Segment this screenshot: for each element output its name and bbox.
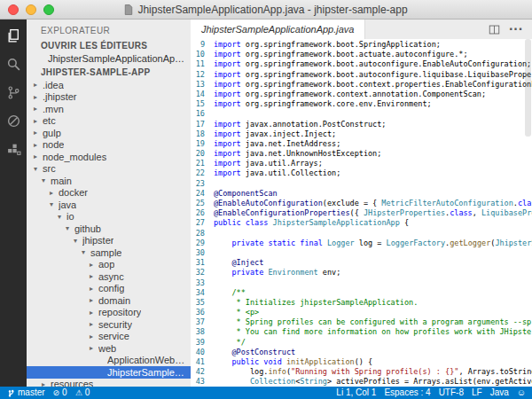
- indent-setting[interactable]: Espaces : 4: [384, 387, 430, 399]
- tree-item-io[interactable]: ▾io: [27, 211, 191, 223]
- more-actions-icon[interactable]: ···: [509, 21, 523, 37]
- line-number: 43: [191, 377, 214, 387]
- code-line-42: 42 log.info("Running with Spring profile…: [191, 367, 532, 377]
- editor-actions: ···: [489, 20, 532, 39]
- title-bar: JhipsterSampleApplicationApp.java - jhip…: [0, 0, 532, 20]
- project-header[interactable]: JHIPSTER-SAMPLE-APP: [27, 66, 191, 79]
- feedback-smiley-icon[interactable]: ☺: [517, 387, 526, 399]
- error-indicator[interactable]: ⊘ 0: [53, 387, 67, 399]
- open-editor-item[interactable]: JhipsterSampleApplicationApp.javasrc/mai…: [27, 52, 191, 66]
- split-editor-icon[interactable]: [489, 24, 500, 35]
- tree-item-jhipster[interactable]: ▾jhipster: [27, 235, 191, 247]
- git-branch-indicator[interactable]: master: [6, 387, 45, 399]
- tree-item-src[interactable]: ▾src: [27, 163, 191, 176]
- line-number: 24: [191, 189, 214, 199]
- code-text: import org.springframework.context.annot…: [214, 90, 532, 99]
- code-line-34: 34 /**: [191, 288, 532, 298]
- line-number: 28: [191, 229, 214, 239]
- tree-item-web[interactable]: ▸web: [27, 342, 191, 355]
- line-ending[interactable]: LF: [472, 387, 482, 399]
- chevron-right-icon[interactable]: ▸: [90, 320, 98, 328]
- tree-item-node[interactable]: ▸node: [27, 139, 191, 152]
- chevron-down-icon[interactable]: ▾: [58, 213, 66, 221]
- tree-item-.mvn[interactable]: ▸.mvn: [27, 103, 191, 115]
- tree-item-node_modules[interactable]: ▸node_modules: [27, 151, 191, 163]
- chevron-right-icon[interactable]: ▸: [34, 93, 43, 101]
- code-text: /**: [214, 288, 532, 298]
- tab-jhipster-sample-application-app[interactable]: JhipsterSampleApplicationApp.java: [191, 20, 365, 39]
- chevron-right-icon[interactable]: ▸: [42, 380, 51, 387]
- chevron-down-icon[interactable]: ▾: [74, 237, 82, 245]
- chevron-down-icon[interactable]: ▾: [34, 165, 43, 173]
- line-number: 39: [191, 338, 214, 348]
- extensions-icon[interactable]: [4, 140, 23, 158]
- tree-item-docker[interactable]: ▸docker: [27, 187, 191, 200]
- tree-item-resources[interactable]: ▸resources: [27, 379, 191, 387]
- explorer-icon[interactable]: [4, 27, 23, 44]
- chevron-right-icon[interactable]: ▸: [90, 285, 98, 293]
- zoom-button[interactable]: [43, 4, 54, 15]
- chevron-right-icon[interactable]: ▸: [90, 296, 98, 304]
- chevron-down-icon[interactable]: ▾: [82, 248, 90, 256]
- chevron-right-icon[interactable]: ▸: [34, 129, 43, 137]
- warning-indicator[interactable]: ⚠ 0: [75, 387, 90, 399]
- code-line-17: 17import javax.annotation.PostConstruct;: [191, 120, 532, 129]
- chevron-right-icon[interactable]: ▸: [90, 332, 98, 340]
- chevron-right-icon[interactable]: ▸: [90, 272, 98, 280]
- editor-scrollbar[interactable]: [525, 39, 531, 137]
- tree-item-domain[interactable]: ▸domain: [27, 294, 191, 307]
- line-number: 41: [191, 357, 214, 367]
- debug-icon[interactable]: [4, 112, 23, 129]
- tree-item-.idea[interactable]: ▸.idea: [27, 79, 191, 91]
- tree-item-aop[interactable]: ▸aop: [27, 259, 191, 271]
- chevron-down-icon[interactable]: ▾: [50, 200, 59, 208]
- code-text: @Inject: [214, 258, 532, 268]
- tree-item-gulp[interactable]: ▸gulp: [27, 127, 191, 139]
- open-editors-header[interactable]: OUVRIR LES ÉDITEURS: [27, 39, 191, 52]
- chevron-down-icon[interactable]: ▾: [66, 224, 74, 232]
- chevron-right-icon[interactable]: ▸: [34, 117, 43, 125]
- tree-item-main[interactable]: ▾main: [27, 175, 191, 187]
- chevron-right-icon[interactable]: ▸: [34, 81, 43, 89]
- tree-item-applicationwebxml.java[interactable]: ApplicationWebXml.java: [27, 355, 191, 367]
- tree-item-security[interactable]: ▸security: [27, 318, 191, 331]
- cursor-position[interactable]: Li 1, Col 1: [336, 387, 376, 399]
- search-icon[interactable]: [4, 55, 23, 73]
- tree-item-jhipstersampleapplicationapp.java[interactable]: JhipsterSampleApplicationApp.java: [27, 366, 191, 379]
- code-text: import java.net.InetAddress;: [214, 139, 532, 149]
- code-editor[interactable]: 9import org.springframework.boot.SpringA…: [191, 39, 532, 387]
- close-button[interactable]: [8, 4, 19, 15]
- encoding[interactable]: UTF-8: [439, 387, 464, 399]
- tree-item-label: ApplicationWebXml.java: [107, 355, 191, 365]
- chevron-down-icon[interactable]: ▾: [42, 176, 51, 184]
- tree-item-sample[interactable]: ▾sample: [27, 246, 191, 259]
- line-number: 25: [191, 199, 214, 208]
- tree-item-.jhipster[interactable]: ▸.jhipster: [27, 91, 191, 104]
- code-line-27: 27public class JhipsterSampleApplication…: [191, 218, 532, 228]
- tree-item-service[interactable]: ▸service: [27, 331, 191, 343]
- tree-item-label: node_modules: [43, 152, 106, 162]
- source-control-icon[interactable]: [4, 83, 23, 101]
- tree-item-config[interactable]: ▸config: [27, 283, 191, 295]
- chevron-right-icon[interactable]: ▸: [90, 309, 98, 317]
- tree-item-java[interactable]: ▾java: [27, 199, 191, 211]
- tree-item-repository[interactable]: ▸repository: [27, 307, 191, 319]
- chevron-right-icon[interactable]: ▸: [34, 153, 43, 160]
- chevron-right-icon[interactable]: ▸: [50, 189, 59, 197]
- line-number: 9: [191, 40, 214, 50]
- chevron-right-icon[interactable]: ▸: [90, 344, 98, 352]
- explorer-title: EXPLORATEUR: [27, 20, 191, 39]
- code-line-11: 11import org.springframework.boot.autoco…: [191, 59, 532, 69]
- chevron-right-icon[interactable]: ▸: [34, 141, 43, 149]
- chevron-right-icon[interactable]: ▸: [34, 105, 43, 113]
- chevron-right-icon[interactable]: ▸: [90, 261, 98, 269]
- tab-label: JhipsterSampleApplicationApp.java: [201, 24, 354, 35]
- language-mode[interactable]: Java: [490, 387, 509, 399]
- window-title-area: JhipsterSampleApplicationApp.java - jhip…: [124, 4, 407, 16]
- code-text: @PostConstruct: [214, 348, 532, 357]
- tree-item-etc[interactable]: ▸etc: [27, 115, 191, 128]
- tree-item-github[interactable]: ▾github: [27, 223, 191, 235]
- tree-item-async[interactable]: ▸async: [27, 270, 191, 283]
- minimize-button[interactable]: [26, 4, 36, 15]
- tree-item-label: aop: [98, 259, 114, 270]
